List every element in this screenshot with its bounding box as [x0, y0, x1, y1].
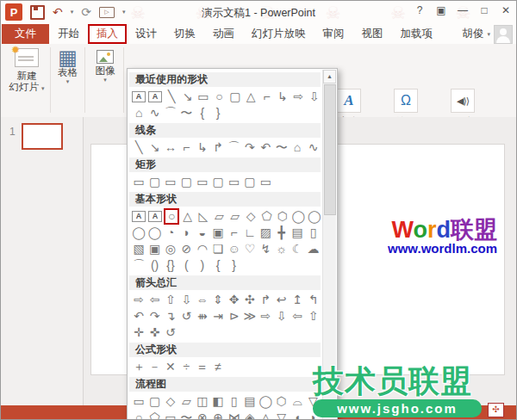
shape-smiley-face[interactable]: ☺ — [226, 241, 241, 257]
shape-flowchart-card[interactable]: ▭ — [163, 410, 178, 420]
shape-snip-same-side-corner-rectangle[interactable]: ▢ — [178, 174, 194, 190]
shape-curved-left-arrow[interactable]: ↶ — [131, 308, 146, 324]
shape-pie[interactable]: ◔ — [163, 225, 178, 241]
shape-elbow-arrow-connector[interactable]: ↳ — [195, 139, 210, 156]
shape-isosceles-triangle[interactable]: △ — [243, 89, 258, 105]
shape-equal-sign[interactable]: ＝ — [195, 359, 210, 375]
shape-flowchart-alternate-process[interactable]: ▢ — [146, 393, 162, 410]
shape-flowchart-decision[interactable]: ◇ — [163, 393, 178, 410]
shape-left-right-up-arrow[interactable]: ✣ — [242, 292, 258, 308]
shape-bent-up-arrow[interactable]: ↥ — [290, 292, 305, 308]
shape-dodecagon[interactable]: ◯ — [146, 225, 162, 241]
shape-bevel[interactable]: ▣ — [146, 241, 162, 257]
shape-circular-arrow[interactable]: ↺ — [163, 324, 178, 341]
shape-elbow-connector[interactable]: ⌐ — [258, 89, 274, 105]
shape-left-arrow[interactable]: ⇦ — [146, 292, 162, 308]
shape-plus-sign[interactable]: ＋ — [131, 359, 146, 375]
shape-notched-right-arrow[interactable]: ⇥ — [210, 308, 226, 324]
tab-视图[interactable]: 视图 — [353, 24, 392, 44]
shape-flowchart-terminator[interactable]: ◯ — [258, 393, 273, 410]
shape-rounded-rectangle[interactable]: ▢ — [227, 89, 243, 105]
shape-double-bracket[interactable]: () — [146, 257, 162, 274]
tab-设计[interactable]: 设计 — [127, 24, 165, 44]
shape-frame[interactable]: ▣ — [210, 225, 226, 241]
tab-插入[interactable]: 插入 — [88, 24, 127, 44]
shape-sun[interactable]: ☼ — [274, 241, 290, 257]
shape-decagon[interactable]: ◯ — [131, 225, 146, 241]
shape-left-arrow-callout[interactable]: ⇦ — [290, 308, 305, 324]
shape-left-right-arrow-callout[interactable]: ✜ — [146, 324, 162, 341]
shape-curved-down-arrow[interactable]: ↴ — [163, 308, 178, 324]
tab-动画[interactable]: 动画 — [204, 24, 243, 44]
shape-left-bracket[interactable]: ( — [178, 257, 194, 274]
shape-flowchart-manual-input[interactable]: ⌓ — [290, 393, 305, 410]
tab-开始[interactable]: 开始 — [49, 24, 88, 44]
shape-curved-right-arrow[interactable]: ↷ — [146, 308, 162, 324]
shape-scribble[interactable]: ∿ — [305, 139, 321, 156]
shape-oval[interactable]: ○ — [211, 89, 227, 105]
shape-left-right-arrow[interactable]: ⇔ — [195, 292, 210, 308]
shape-curved-double-arrow-connector[interactable]: ↶ — [258, 139, 273, 156]
shape-freeform[interactable]: ⌂ — [131, 105, 146, 121]
shape-u-turn-arrow[interactable]: ↩ — [274, 292, 290, 308]
shape-arc[interactable]: ⌒ — [131, 257, 146, 274]
close-button[interactable]: ✕ — [499, 4, 513, 16]
shape-freeform[interactable]: ⌂ — [290, 139, 305, 156]
shape-left-brace[interactable]: { — [210, 257, 226, 274]
shape-can[interactable]: ▯ — [305, 225, 321, 241]
shape-right-triangle[interactable]: ◺ — [196, 208, 211, 225]
shape-down-arrow[interactable]: ⇩ — [178, 292, 194, 308]
shape-diagonal-stripe[interactable]: ▨ — [258, 225, 273, 241]
shape-vertical-text-box[interactable]: A — [148, 211, 162, 222]
shape-scribble[interactable]: ∿ — [146, 105, 162, 121]
shape-quad-arrow[interactable]: ✥ — [226, 292, 241, 308]
shape-folded-corner[interactable]: ❏ — [210, 241, 226, 257]
shape-snip-and-round-single-corner-rectangle[interactable]: ▢ — [210, 174, 226, 190]
shape-double-brace[interactable]: {} — [163, 257, 178, 274]
account-user[interactable]: 胡俊 ▾ — [458, 24, 516, 44]
shape-flowchart-merge[interactable]: ▽ — [274, 410, 290, 420]
shape-trapezoid[interactable]: ▱ — [227, 208, 243, 225]
shape-curve[interactable]: 〜 — [178, 105, 194, 121]
shape-round-diagonal-corner-rectangle[interactable]: ▭ — [258, 174, 273, 190]
shape-parallelogram[interactable]: ▱ — [211, 208, 227, 225]
tab-加载项[interactable]: 加载项 — [392, 24, 442, 44]
shape-hexagon[interactable]: ⬡ — [275, 208, 290, 225]
shape-down-arrow-callout[interactable]: ⇩ — [274, 308, 290, 324]
shape-arc[interactable]: ⌒ — [163, 105, 178, 121]
shape-cube[interactable]: ▧ — [131, 241, 146, 257]
shape-up-arrow-callout[interactable]: ⇧ — [305, 308, 321, 324]
shape-line[interactable]: ╲ — [164, 89, 179, 105]
shape-quad-arrow-callout[interactable]: ✛ — [131, 324, 146, 341]
shape-flowchart-or[interactable]: ⊕ — [210, 410, 226, 420]
avatar[interactable] — [494, 25, 513, 44]
shape-block-arc[interactable]: ◠ — [195, 241, 210, 257]
shape-up-down-arrow[interactable]: ⇕ — [210, 292, 226, 308]
slide-thumbnail[interactable] — [22, 123, 63, 150]
shape-flowchart-predefined-process[interactable]: ◫ — [195, 393, 210, 410]
table-button[interactable]: ▦ 表格 ▾ — [53, 48, 83, 85]
shape-snip-single-corner-rectangle[interactable]: ▭ — [163, 174, 178, 190]
shape-flowchart-punched-tape[interactable]: 〜 — [178, 410, 194, 420]
shape-line-double-arrow[interactable]: ↔ — [163, 139, 178, 156]
shape-text-box[interactable]: A — [132, 91, 146, 102]
maximize-button[interactable]: □ — [477, 4, 491, 16]
shape-donut[interactable]: ◎ — [163, 241, 178, 257]
shape-round-same-side-corner-rectangle[interactable]: ▢ — [242, 174, 258, 190]
scroll-up-icon[interactable]: ▲ — [323, 70, 336, 83]
shape-curved-arrow-connector[interactable]: ↷ — [242, 139, 258, 156]
shape-curved-connector[interactable]: ⌒ — [226, 139, 241, 156]
images-button[interactable]: 图像 ▾ — [90, 50, 121, 83]
shape-isosceles-triangle[interactable]: △ — [179, 208, 195, 225]
shape-curve[interactable]: 〜 — [274, 139, 290, 156]
shape-right-arrow-callout[interactable]: ⇨ — [258, 308, 273, 324]
tab-审阅[interactable]: 审阅 — [315, 24, 353, 44]
shape-right-block-arrow[interactable]: ⇨ — [290, 89, 306, 105]
help-button[interactable]: ? — [413, 4, 427, 16]
tab-切换[interactable]: 切换 — [165, 24, 204, 44]
shape-snip-diagonal-corner-rectangle[interactable]: ▭ — [195, 174, 210, 190]
shape-arrow[interactable]: ↘ — [179, 89, 195, 105]
shape-oval[interactable]: ○ — [164, 208, 179, 225]
shape-right-brace[interactable]: } — [210, 105, 226, 121]
shape-flowchart-internal-storage[interactable]: ◧ — [210, 393, 226, 410]
